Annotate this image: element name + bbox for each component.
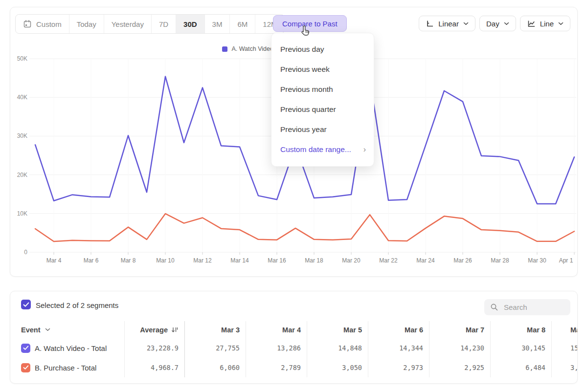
svg-text:10K: 10K [17, 210, 27, 217]
compare-to-past-button[interactable]: Compare to Past [273, 15, 347, 32]
date-range-option-30d[interactable]: 30D [176, 15, 205, 33]
menu-item-previous-week[interactable]: Previous week [271, 59, 374, 79]
date-range-option-6m[interactable]: 6M [230, 15, 255, 33]
value-cell-mar-6: 2,973 [368, 358, 429, 377]
analytics-report-page: CustomTodayYesterday7D30D3M6M12M Compare… [0, 0, 587, 392]
compare-to-past-menu: Previous dayPrevious weekPrevious monthP… [271, 33, 374, 167]
value-cell-mar-3: 27,755 [185, 338, 246, 358]
value-cell-mar-8: 6,484 [491, 358, 552, 377]
column-header-average[interactable]: Average [125, 321, 185, 338]
svg-text:Mar 14: Mar 14 [230, 257, 249, 264]
svg-text:Mar 30: Mar 30 [528, 257, 546, 264]
column-header-mar-8[interactable]: Mar 8 [491, 321, 552, 338]
cell-value: 6,484 [525, 364, 545, 371]
line-chart-icon [527, 20, 536, 28]
date-header-label: Mar 3 [221, 326, 240, 334]
select-all-checkbox[interactable] [21, 300, 31, 309]
value-cell-mar-9: 15, [552, 338, 577, 358]
value-cell-mar-3: 6,060 [185, 358, 246, 377]
date-header-label: Mar 8 [527, 326, 545, 334]
table-row-b-purchase-total: B. Purchase - Total4,968.76,0602,7893,05… [10, 358, 577, 377]
date-range-option-3m[interactable]: 3M [205, 15, 230, 33]
menu-item-previous-month[interactable]: Previous month [271, 79, 374, 99]
value-cell-mar-4: 2,789 [246, 358, 307, 377]
granularity-dropdown-button[interactable]: Day [479, 16, 516, 31]
segments-card: Selected 2 of 2 segments EventAverageMar… [10, 291, 578, 384]
date-range-option-7d[interactable]: 7D [152, 15, 176, 33]
chevron-down-icon [463, 22, 469, 25]
date-range-option-custom[interactable]: Custom [16, 15, 69, 33]
value-cell-mar-7: 2,925 [429, 358, 491, 377]
date-header-label: Mar 5 [343, 326, 362, 334]
column-header-mar-9[interactable]: Mar 9 [552, 321, 577, 338]
column-header-mar-6[interactable]: Mar 6 [368, 321, 429, 338]
search-box[interactable] [484, 299, 570, 315]
scale-dropdown-button[interactable]: Linear [419, 16, 475, 31]
svg-text:Mar 16: Mar 16 [268, 257, 286, 264]
table-header-row: EventAverageMar 3Mar 4Mar 5Mar 6Mar 7Mar… [10, 321, 577, 338]
svg-text:Mar 4: Mar 4 [46, 257, 62, 264]
svg-text:Mar 22: Mar 22 [379, 257, 398, 264]
date-range-segmented-control: CustomTodayYesterday7D30D3M6M12M [15, 14, 285, 34]
event-cell: A. Watch Video - Total [10, 338, 125, 358]
date-header-label: Mar 4 [282, 326, 301, 334]
svg-text:Mar 12: Mar 12 [193, 257, 212, 264]
svg-text:40K: 40K [17, 94, 27, 101]
svg-text:50K: 50K [17, 55, 27, 62]
column-header-mar-7[interactable]: Mar 7 [429, 321, 491, 338]
menu-item-previous-day[interactable]: Previous day [271, 39, 374, 59]
chevron-down-icon [504, 22, 509, 25]
cell-value: 3,050 [342, 364, 362, 371]
event-cell: B. Purchase - Total [10, 358, 125, 377]
chart-card: CustomTodayYesterday7D30D3M6M12M Compare… [10, 7, 578, 277]
value-cell-mar-5: 14,848 [307, 338, 368, 358]
cell-value: 30,145 [521, 344, 545, 352]
svg-text:0: 0 [24, 249, 27, 256]
value-cell-mar-9: 3, [552, 358, 577, 377]
date-range-option-label: 3M [212, 20, 223, 28]
linear-axis-icon [426, 20, 434, 28]
menu-item-previous-quarter[interactable]: Previous quarter [271, 99, 374, 119]
cell-value: 2,789 [281, 364, 301, 371]
search-input[interactable] [503, 303, 561, 312]
segments-table: EventAverageMar 3Mar 4Mar 5Mar 6Mar 7Mar… [10, 321, 577, 377]
svg-text:Mar 18: Mar 18 [305, 257, 323, 264]
svg-text:20K: 20K [17, 172, 27, 178]
chevron-down-icon [45, 328, 50, 331]
date-header-label: Mar 6 [405, 326, 423, 334]
date-range-option-today[interactable]: Today [69, 15, 104, 33]
sort-descending-icon [171, 327, 179, 333]
average-cell: 23,228.9 [125, 338, 185, 358]
column-header-event[interactable]: Event [10, 321, 125, 338]
menu-item-custom-date-range[interactable]: Custom date range...› [271, 139, 374, 159]
value-cell-mar-8: 30,145 [491, 338, 552, 358]
chevron-down-icon [558, 22, 564, 25]
svg-text:Mar 10: Mar 10 [156, 257, 175, 264]
cell-value: 13,286 [277, 344, 301, 352]
column-header-mar-5[interactable]: Mar 5 [307, 321, 368, 338]
date-range-option-label: Today [77, 20, 96, 28]
cell-value-clipped: 3, [570, 364, 577, 371]
date-range-option-label: 7D [159, 20, 168, 28]
granularity-label: Day [486, 20, 499, 28]
chart-type-dropdown-button[interactable]: Line [520, 16, 570, 31]
svg-text:Mar 28: Mar 28 [491, 257, 509, 264]
check-icon [23, 302, 29, 307]
date-range-option-label: Yesterday [112, 20, 144, 28]
cell-value: 27,755 [216, 344, 240, 352]
svg-text:30K: 30K [17, 132, 27, 139]
segment-label: A. Watch Video - Total [35, 344, 107, 352]
cell-value: 14,230 [460, 344, 484, 352]
cell-value: 14,848 [338, 344, 362, 352]
average-value: 23,228.9 [147, 344, 179, 352]
menu-item-previous-year[interactable]: Previous year [271, 119, 374, 139]
legend-swatch [222, 46, 227, 52]
cell-value: 6,060 [220, 364, 240, 371]
segment-checkbox[interactable] [21, 344, 30, 353]
column-header-mar-3[interactable]: Mar 3 [185, 321, 246, 338]
column-header-mar-4[interactable]: Mar 4 [246, 321, 307, 338]
svg-text:Mar 6: Mar 6 [84, 257, 99, 264]
date-range-option-yesterday[interactable]: Yesterday [104, 15, 152, 33]
segment-checkbox[interactable] [21, 363, 30, 372]
svg-text:Mar 8: Mar 8 [121, 257, 136, 264]
